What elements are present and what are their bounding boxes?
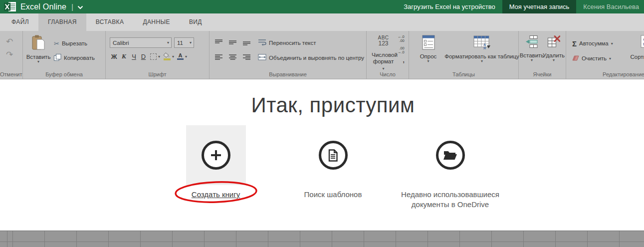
sort-button[interactable]: А Я Сортировка [625, 35, 644, 60]
merge-center-icon [258, 54, 266, 61]
undo-icon[interactable]: ↶ [6, 37, 22, 46]
group-label-editing: Редактирование [566, 71, 644, 77]
user-name[interactable]: Ксения Васильева [576, 0, 644, 13]
copy-button[interactable]: Копировать [54, 52, 95, 63]
search-templates-label: Поиск шаблонов [304, 190, 362, 200]
topbar-links: Загрузить Excel на устройство Моя учетна… [397, 0, 644, 13]
underline-button[interactable]: Ч [130, 53, 138, 60]
font-size-select[interactable]: 11 ▾ [174, 37, 194, 48]
survey-icon [422, 35, 435, 52]
sort-icon: А Я [640, 35, 644, 51]
font-color-icon[interactable]: А [177, 53, 184, 60]
align-center-icon[interactable] [228, 53, 237, 62]
group-label-cells: Ячейки [519, 71, 566, 77]
number-format-caret-icon: ▾ [382, 66, 384, 71]
decrease-decimal-icon[interactable]: ←.0 .00 [398, 35, 405, 43]
top-app-bar: Excel Online | Загрузить Excel на устрой… [0, 0, 644, 13]
recent-onedrive-label: Недавно использовавшиеся документы в One… [397, 190, 504, 210]
number-format-label: Числовой формат [372, 52, 398, 64]
number-format-icon-123: 123 [372, 40, 395, 46]
autosum-caret-icon: ▾ [611, 42, 613, 45]
format-as-table-caret-icon: ▾ [481, 59, 483, 63]
sort-label: Сортировка [630, 54, 644, 60]
chevron-down-icon[interactable] [77, 5, 83, 9]
merge-center-button[interactable]: Объединить и выровнять по центру [258, 54, 364, 61]
tab-data[interactable]: ДАННЫЕ [133, 13, 180, 31]
my-account-link[interactable]: Моя учетная запись [502, 0, 577, 13]
font-family-caret-icon: ▾ [167, 41, 169, 44]
paste-clipboard-icon [32, 35, 45, 52]
wrap-text-label: Переносить текст [269, 40, 316, 46]
group-label-tables: Таблицы [409, 71, 518, 77]
align-top-icon[interactable] [215, 38, 223, 47]
recent-onedrive-box[interactable] [421, 125, 480, 185]
delete-cells-caret-icon: ▾ [553, 58, 555, 62]
align-bottom-icon[interactable] [242, 38, 251, 47]
comma-style-icon[interactable]: , [403, 57, 404, 64]
group-tables: Опрос ▾ А Я Форматировать как таблицу ▾ [409, 31, 519, 79]
template-document-icon [319, 141, 348, 170]
italic-button[interactable]: К [120, 52, 128, 60]
redo-icon[interactable]: ↷ [6, 50, 22, 59]
eraser-icon [572, 55, 579, 62]
tile-recent-onedrive[interactable]: Недавно использовавшиеся документы в One… [392, 125, 509, 210]
fill-color-icon[interactable] [163, 52, 171, 60]
wrap-text-button[interactable]: Переносить текст [258, 39, 316, 47]
tab-insert[interactable]: ВСТАВКА [86, 13, 134, 31]
tab-home[interactable]: ГЛАВНАЯ [38, 13, 86, 31]
plus-circle-icon [202, 141, 230, 170]
start-tiles: Создать книгу [11, 125, 644, 210]
cut-button[interactable]: ✂ Вырезать [54, 38, 95, 49]
format-as-table-icon: А Я [473, 35, 490, 52]
align-right-icon[interactable] [242, 53, 251, 62]
group-editing: Σ Автосумма ▾ Очистить ▾ А Я [566, 31, 644, 79]
group-label-clipboard: Буфер обмена [23, 71, 105, 77]
tab-view[interactable]: ВИД [180, 13, 212, 31]
font-size-value: 11 [177, 40, 183, 46]
open-folder-icon [436, 141, 465, 170]
font-size-caret-icon: ▾ [190, 41, 192, 44]
svg-text:А: А [483, 43, 486, 46]
ribbon: ↶ ↷ Отменить Вставить ▾ ✂ Вырезать [0, 31, 644, 79]
group-label-font: Шрифт [106, 71, 209, 77]
tab-file[interactable]: ФАЙЛ [2, 13, 38, 31]
align-left-icon[interactable] [215, 53, 223, 62]
autosum-label: Автосумма [579, 40, 609, 46]
clear-caret-icon: ▾ [609, 57, 611, 60]
increase-decimal-icon[interactable]: .00 →.0 [398, 46, 405, 54]
copy-icon [54, 54, 61, 62]
delete-cells-icon [547, 35, 560, 51]
group-label-alignment: Выравнивание [210, 71, 366, 77]
group-alignment: Переносить текст [210, 31, 367, 79]
double-underline-button[interactable]: D [140, 53, 147, 60]
title-separator: | [71, 3, 73, 11]
align-middle-icon[interactable] [228, 38, 237, 47]
cut-label: Вырезать [62, 40, 87, 46]
spreadsheet-grid [0, 231, 644, 247]
group-cells: Вставить ▾ Удалить ▾ Ячейки [519, 31, 566, 79]
bold-button[interactable]: Ж [110, 53, 118, 60]
start-pane: Итак, приступим Создать книгу [0, 79, 644, 231]
group-clipboard: Вставить ▾ ✂ Вырезать Копировать Буфер о… [23, 31, 106, 79]
group-number: ABC 123 Числовой формат ▾ ←.0 .00 .00 →.… [367, 31, 409, 79]
tile-new-workbook[interactable]: Создать книгу [157, 125, 274, 210]
ribbon-tab-bar: ФАЙЛ ГЛАВНАЯ ВСТАВКА ДАННЫЕ ВИД [0, 13, 644, 31]
borders-icon[interactable] [150, 53, 157, 60]
copy-label: Копировать [64, 55, 95, 61]
tile-search-templates[interactable]: Поиск шаблонов [274, 125, 392, 210]
new-workbook-link[interactable]: Создать книгу [192, 190, 240, 200]
group-font: Calibri ▾ 11 ▾ Ж К Ч D ▾ ▾ [106, 31, 210, 79]
download-excel-link[interactable]: Загрузить Excel на устройство [397, 0, 502, 13]
new-workbook-box[interactable] [186, 125, 246, 185]
borders-caret-icon[interactable]: ▾ [158, 55, 160, 58]
wrap-text-icon [258, 39, 266, 47]
font-family-select[interactable]: Calibri ▾ [110, 37, 172, 48]
search-templates-box[interactable] [303, 125, 363, 185]
font-color-caret-icon[interactable]: ▾ [185, 55, 187, 58]
excel-logo-icon [4, 1, 16, 12]
insert-cells-caret-icon: ▾ [531, 58, 533, 62]
sigma-icon: Σ [572, 39, 577, 48]
font-family-value: Calibri [113, 40, 129, 46]
fill-color-caret-icon[interactable]: ▾ [172, 55, 174, 58]
svg-text:Я: Я [483, 46, 486, 50]
